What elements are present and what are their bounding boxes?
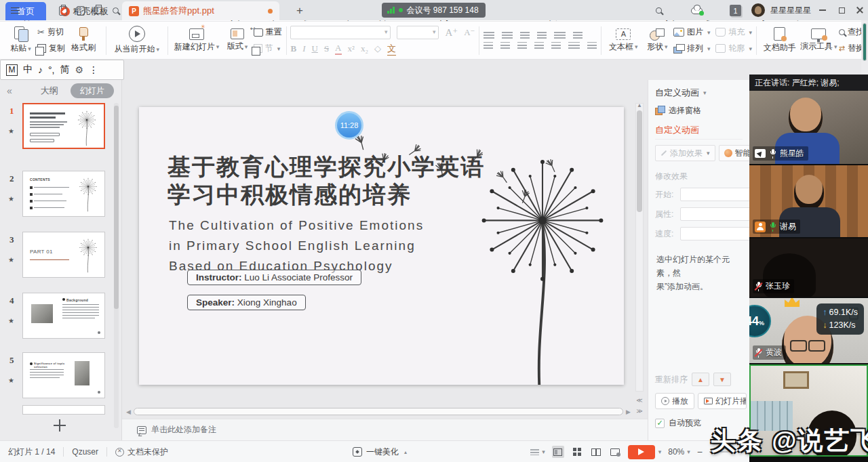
- find-button[interactable]: 查找: [839, 26, 864, 39]
- notes-bar[interactable]: 单击此处添加备注: [122, 419, 648, 440]
- slide-thumbnail-3[interactable]: PART 01: [22, 232, 105, 278]
- close-button[interactable]: [850, 0, 868, 20]
- reorder-down-button[interactable]: ▼: [713, 373, 731, 386]
- previous-slide-button[interactable]: ≪: [635, 396, 644, 406]
- font-size-select[interactable]: [397, 26, 439, 39]
- align-right-button[interactable]: [517, 42, 527, 49]
- slide-subtitle-english[interactable]: The Cultivation of Positive Emotions in …: [169, 215, 424, 276]
- editor-horizontal-scrollbar[interactable]: ◀ ▶: [126, 406, 631, 417]
- slide-title-chinese[interactable]: 基于教育心理学探究小学英语 学习中积极情感的培养: [167, 153, 485, 209]
- ime-settings-icon[interactable]: ⚙: [75, 64, 84, 75]
- format-painter-button[interactable]: 格式刷: [65, 24, 102, 58]
- subscript-button[interactable]: x₂: [361, 43, 368, 54]
- taskpane-header[interactable]: 自定义动画▾: [655, 85, 749, 100]
- zoom-out-button[interactable]: −: [697, 446, 703, 457]
- scrollbar-thumb[interactable]: [863, 23, 867, 61]
- text-direction-button[interactable]: [554, 32, 566, 39]
- scrollbar-thumb[interactable]: [134, 408, 623, 415]
- speed-select[interactable]: [680, 227, 749, 240]
- decrease-font-button[interactable]: A⁻: [464, 27, 475, 38]
- ime-punctuation-toggle[interactable]: °,: [48, 64, 55, 75]
- scrollbar-thumb[interactable]: [114, 106, 119, 309]
- instructor-box[interactable]: Instructor: Luo Li Associate Professor: [187, 270, 361, 285]
- distribute-button[interactable]: [551, 42, 561, 49]
- phonetic-guide-button[interactable]: 文: [387, 43, 396, 56]
- copy-button[interactable]: 复制: [37, 42, 65, 56]
- underline-button[interactable]: U: [311, 43, 317, 54]
- right-edge-scrollbar[interactable]: [861, 20, 868, 80]
- present-tools-button[interactable]: 演示工具▾: [799, 24, 839, 58]
- ime-toolbar[interactable]: M 中 ♪ °, 简 ⚙ ⋮: [0, 60, 124, 80]
- cut-button[interactable]: ✂剪切: [37, 26, 65, 39]
- collapse-panel-button[interactable]: «: [7, 85, 12, 96]
- save-button[interactable]: [58, 5, 68, 16]
- reset-button[interactable]: 重置: [254, 26, 282, 39]
- bold-button[interactable]: B: [290, 43, 296, 54]
- property-select[interactable]: [680, 207, 749, 221]
- fill-button[interactable]: 填充▾: [715, 26, 752, 39]
- one-click-beautify-button[interactable]: 一键美化 ▴: [353, 441, 407, 462]
- video-tile-4[interactable]: 44 % ↑69.1K/s ↓123K/s 黄波: [749, 298, 868, 364]
- line-spacing-button[interactable]: [573, 32, 583, 39]
- outline-button[interactable]: 轮廓▾: [715, 42, 752, 56]
- increase-indent-button[interactable]: [537, 32, 547, 39]
- layout-button[interactable]: 版式▾: [221, 24, 253, 58]
- notes-toggle-button[interactable]: ▾: [530, 448, 545, 455]
- replace-button[interactable]: ⇄替换: [839, 42, 864, 56]
- increase-font-button[interactable]: A⁺: [445, 26, 458, 39]
- clear-format-button[interactable]: ◇: [374, 43, 381, 54]
- account-name[interactable]: Qzuser: [72, 447, 98, 457]
- video-tile-1[interactable]: 熊星皓: [749, 91, 868, 165]
- section-button[interactable]: 节▾: [254, 42, 282, 56]
- align-center-button[interactable]: [500, 42, 510, 49]
- add-slide-button[interactable]: [47, 417, 72, 434]
- slideshow-play-button[interactable]: ▾: [628, 445, 662, 459]
- ime-simplified-toggle[interactable]: 简: [60, 64, 70, 76]
- doc-assistant-button[interactable]: 文档助手: [761, 24, 799, 58]
- ime-tone-icon[interactable]: ♪: [38, 64, 43, 75]
- editor-vertical-scrollbar[interactable]: ▲: [635, 103, 644, 392]
- document-protection-status[interactable]: 文档未保护: [115, 446, 168, 458]
- slide-thumbnail-6-partial[interactable]: [22, 405, 105, 415]
- picture-button[interactable]: 图片▾: [673, 26, 711, 39]
- user-avatar[interactable]: [751, 3, 765, 17]
- ime-language-toggle[interactable]: 中: [23, 64, 33, 76]
- slide-canvas[interactable]: 11:28 基于教育心理学探究小学英语 学习中积极情感的培养 The Culti…: [139, 107, 624, 385]
- scroll-left-arrow[interactable]: ◀: [126, 408, 131, 415]
- decrease-indent-button[interactable]: [520, 32, 530, 39]
- speaker-box[interactable]: Speaker: Xiong Xinghao: [187, 295, 306, 310]
- maximize-button[interactable]: [833, 0, 850, 20]
- start-select[interactable]: [680, 188, 749, 201]
- bullet-list-button[interactable]: [484, 32, 494, 39]
- new-tab-button[interactable]: +: [290, 1, 309, 20]
- selection-pane-button[interactable]: 选择窗格: [655, 100, 749, 121]
- ime-more-icon[interactable]: ⋮: [89, 64, 98, 75]
- scroll-right-arrow[interactable]: ▶: [626, 408, 631, 415]
- reading-view-button[interactable]: [590, 446, 602, 458]
- tab-slides[interactable]: 幻灯片: [71, 83, 114, 98]
- smart-animation-button[interactable]: 智能动画: [719, 145, 749, 161]
- meeting-id-badge[interactable]: 会议号 987 159 148: [382, 3, 486, 18]
- slide-sorter-view-button[interactable]: [571, 446, 583, 458]
- window-count-badge[interactable]: 1: [730, 5, 741, 16]
- justify-button[interactable]: [534, 42, 544, 49]
- columns-button[interactable]: [568, 42, 580, 49]
- add-effect-button[interactable]: 添加效果▾: [655, 145, 715, 161]
- scrollbar-thumb[interactable]: [637, 110, 642, 212]
- align-left-button[interactable]: [484, 42, 493, 49]
- reorder-up-button[interactable]: ▲: [692, 373, 709, 386]
- scroll-up-arrow[interactable]: ▲: [636, 102, 643, 108]
- account-username[interactable]: 星星星星星: [770, 0, 811, 20]
- next-slide-button[interactable]: ≪: [635, 406, 644, 416]
- ime-logo-icon[interactable]: M: [6, 64, 18, 76]
- font-family-select[interactable]: [290, 26, 391, 39]
- tab-outline[interactable]: 大纲: [41, 85, 58, 97]
- font-color-button[interactable]: A: [335, 43, 341, 55]
- slide-thumbnail-5[interactable]: Significance of topic selection: [22, 352, 105, 398]
- slide-thumbnail-4[interactable]: Background: [22, 293, 105, 339]
- textbox-button[interactable]: A 文本框▾: [606, 24, 641, 58]
- italic-button[interactable]: I: [302, 43, 305, 54]
- new-slide-button[interactable]: 新建幻灯片▾: [172, 24, 222, 58]
- output-button[interactable]: [75, 5, 86, 16]
- tab-document[interactable]: P 熊星皓答辩ppt.ppt: [122, 1, 279, 20]
